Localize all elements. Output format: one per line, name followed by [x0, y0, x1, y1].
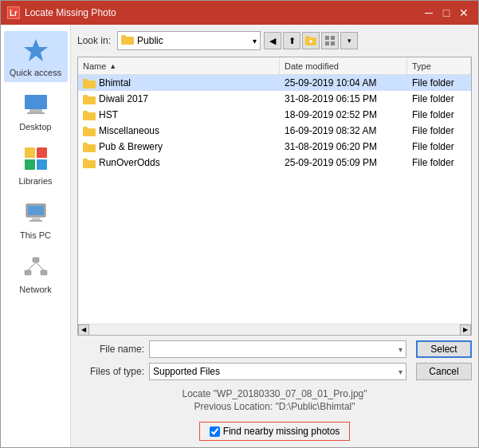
file-list-container: Name ▲ Date modified Type Bhimtal25-09-2… — [77, 57, 472, 336]
sidebar: Quick access Desktop — [1, 25, 71, 447]
horizontal-scrollbar[interactable]: ◀ ▶ — [78, 324, 471, 335]
col-header-type[interactable]: Type — [407, 57, 471, 74]
file-type: File folder — [407, 92, 471, 105]
file-name: RunOverOdds — [99, 157, 160, 168]
folder-icon — [83, 78, 96, 88]
svg-rect-23 — [325, 36, 329, 40]
svg-rect-4 — [25, 147, 35, 158]
svg-rect-31 — [83, 112, 96, 120]
cancel-button[interactable]: Cancel — [416, 363, 472, 380]
form-area: File name: ▾ Select Files of type: Suppo… — [77, 340, 472, 385]
sidebar-item-label-this-pc: This PC — [20, 230, 51, 240]
dialog-window: Lr Locate Missing Photo ─ □ ✕ Quick acce… — [0, 0, 479, 448]
svg-rect-12 — [33, 257, 39, 262]
svg-rect-6 — [25, 159, 35, 170]
find-nearby-checkbox[interactable] — [210, 426, 220, 437]
lookin-bar: Look in: Public ▾ ◀ ⬆ — [77, 31, 472, 50]
svg-rect-9 — [28, 206, 44, 215]
files-of-type-dropdown-icon: ▾ — [399, 367, 402, 376]
file-name: Miscellaneous — [99, 125, 159, 136]
svg-rect-17 — [121, 37, 134, 45]
scroll-left-button[interactable]: ◀ — [78, 324, 89, 336]
table-row[interactable]: Diwali 201731-08-2019 06:15 PMFile folde… — [78, 91, 471, 107]
sidebar-item-this-pc[interactable]: This PC — [4, 194, 68, 245]
network-icon — [22, 253, 50, 281]
locate-text: Locate "WP_20180330_07_08_01_Pro.jpg" — [77, 388, 472, 399]
find-nearby-label[interactable]: Find nearby missing photos — [199, 422, 351, 441]
files-of-type-row: Files of type: Supported Files ▾ Cancel — [77, 363, 472, 380]
main-content: Look in: Public ▾ ◀ ⬆ — [71, 25, 478, 447]
sidebar-item-desktop[interactable]: Desktop — [4, 85, 68, 136]
prev-location-label: Previous Location: — [194, 401, 273, 412]
select-button[interactable]: Select — [416, 340, 472, 358]
file-name: Bhimtal — [99, 77, 131, 88]
file-type: File folder — [407, 108, 471, 121]
table-row[interactable]: Pub & Brewery31-08-2019 06:20 PMFile fol… — [78, 139, 471, 155]
desktop-icon — [22, 90, 50, 119]
svg-rect-18 — [121, 35, 126, 37]
file-name: Pub & Brewery — [99, 141, 163, 152]
title-bar-buttons: ─ □ ✕ — [421, 5, 472, 21]
create-folder-button[interactable] — [302, 32, 320, 49]
svg-rect-27 — [83, 81, 96, 88]
svg-rect-13 — [25, 270, 31, 275]
svg-rect-35 — [83, 144, 96, 152]
file-date: 31-08-2019 06:15 PM — [280, 92, 407, 105]
svg-marker-0 — [24, 39, 48, 61]
svg-rect-36 — [83, 143, 88, 145]
sidebar-item-libraries[interactable]: Libraries — [4, 140, 68, 191]
file-name-row: File name: ▾ Select — [77, 340, 472, 358]
svg-rect-3 — [27, 112, 45, 114]
back-button[interactable]: ◀ — [264, 32, 281, 49]
file-name: HST — [99, 109, 118, 120]
svg-rect-7 — [37, 159, 47, 170]
svg-rect-2 — [29, 109, 42, 112]
view-menu-button[interactable] — [321, 32, 339, 49]
table-row[interactable]: Bhimtal25-09-2019 10:04 AMFile folder — [78, 75, 471, 91]
svg-rect-34 — [83, 127, 88, 129]
col-header-name[interactable]: Name ▲ — [78, 57, 280, 74]
app-icon: Lr — [7, 6, 20, 19]
quick-access-icon — [22, 36, 50, 65]
minimize-button[interactable]: ─ — [421, 5, 437, 21]
up-button[interactable]: ⬆ — [283, 32, 300, 49]
svg-rect-24 — [331, 36, 335, 40]
file-type: File folder — [407, 140, 471, 153]
view-menu-dropdown-button[interactable]: ▾ — [340, 32, 358, 49]
folder-icon — [83, 158, 96, 168]
sidebar-item-network[interactable]: Network — [4, 248, 68, 299]
table-row[interactable]: HST18-09-2019 02:52 PMFile folder — [78, 107, 471, 123]
svg-rect-14 — [41, 270, 47, 275]
files-of-type-select[interactable]: Supported Files ▾ — [149, 363, 406, 380]
file-name-dropdown-icon: ▾ — [399, 345, 402, 354]
prev-location-text: Previous Location: "D:\Public\Bhimtal" — [77, 401, 472, 412]
maximize-button[interactable]: □ — [438, 5, 454, 21]
file-name-input[interactable]: ▾ — [149, 340, 406, 358]
file-date: 25-09-2019 05:09 PM — [280, 156, 407, 169]
table-row[interactable]: Miscellaneous16-09-2019 08:32 AMFile fol… — [78, 123, 471, 139]
svg-line-16 — [36, 262, 44, 270]
dialog-body: Quick access Desktop — [1, 25, 478, 447]
current-folder-icon — [121, 33, 134, 45]
svg-rect-28 — [83, 79, 88, 81]
folder-icon — [83, 94, 96, 104]
file-type: File folder — [407, 124, 471, 137]
folder-icon — [83, 110, 96, 120]
info-area: Locate "WP_20180330_07_08_01_Pro.jpg" Pr… — [77, 388, 472, 417]
svg-rect-1 — [25, 95, 47, 109]
folder-icon — [83, 142, 96, 152]
close-button[interactable]: ✕ — [456, 5, 472, 21]
sidebar-item-quick-access[interactable]: Quick access — [4, 31, 68, 82]
file-date: 31-08-2019 06:20 PM — [280, 140, 407, 153]
lookin-label: Look in: — [77, 35, 111, 46]
scroll-right-button[interactable]: ▶ — [460, 324, 471, 336]
file-date: 18-09-2019 02:52 PM — [280, 108, 407, 121]
col-header-date[interactable]: Date modified — [280, 57, 407, 74]
table-row[interactable]: RunOverOdds25-09-2019 05:09 PMFile folde… — [78, 155, 471, 171]
svg-rect-25 — [325, 41, 329, 45]
lookin-dropdown[interactable]: Public ▾ — [117, 31, 261, 50]
this-pc-icon — [22, 198, 50, 227]
scroll-track[interactable] — [89, 324, 460, 336]
nav-buttons: ◀ ⬆ — [264, 32, 358, 49]
file-list-body: Bhimtal25-09-2019 10:04 AMFile folderDiw… — [78, 75, 471, 324]
